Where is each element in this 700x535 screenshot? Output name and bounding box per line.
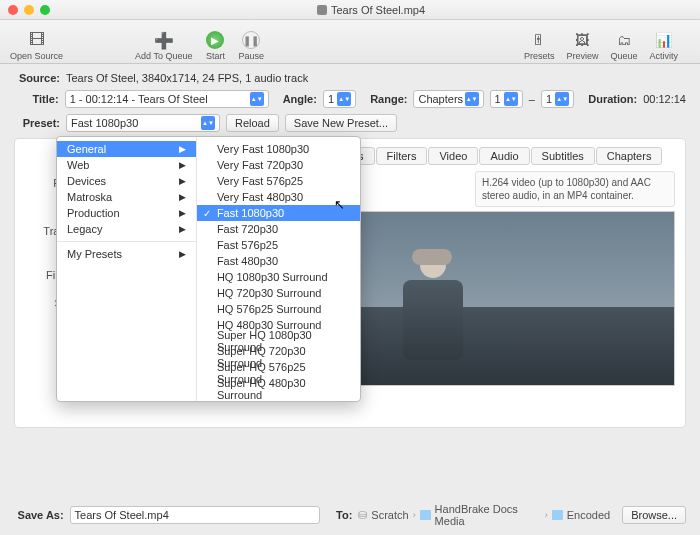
path-segment[interactable]: Encoded [567, 509, 610, 521]
sliders-icon: 🎚 [528, 29, 550, 51]
tab-audio[interactable]: Audio [479, 147, 529, 165]
preset-item-list: Very Fast 1080p30Very Fast 720p30Very Fa… [197, 137, 360, 401]
source-label: Source: [14, 72, 60, 84]
tab-chapters[interactable]: Chapters [596, 147, 663, 165]
range-mode-select[interactable]: Chapters▲▼ [413, 90, 483, 108]
range-from-select[interactable]: 1▲▼ [490, 90, 523, 108]
preview-thumbnail [357, 211, 675, 386]
preset-item[interactable]: HQ 1080p30 Surround [197, 269, 360, 285]
save-as-input[interactable]: Tears Of Steel.mp4 [70, 506, 320, 524]
activity-icon: 📊 [653, 29, 675, 51]
preset-item[interactable]: Fast 480p30 [197, 253, 360, 269]
start-button[interactable]: ▶ Start [204, 29, 226, 61]
pause-button[interactable]: ❚❚ Pause [238, 29, 264, 61]
play-icon: ▶ [204, 29, 226, 51]
preview-figure [398, 252, 468, 372]
preview-button[interactable]: 🖼 Preview [566, 29, 598, 61]
range-to-select[interactable]: 1▲▼ [541, 90, 574, 108]
preset-item[interactable]: Very Fast 1080p30 [197, 141, 360, 157]
queue-button[interactable]: 🗂 Queue [610, 29, 637, 61]
preset-category-production[interactable]: Production▶ [57, 205, 196, 221]
preset-category-matroska[interactable]: Matroska▶ [57, 189, 196, 205]
duration-label: Duration: [588, 93, 637, 105]
preset-item[interactable]: Fast 720p30 [197, 221, 360, 237]
minimize-icon[interactable] [24, 5, 34, 15]
preset-item[interactable]: Fast 576p25 [197, 237, 360, 253]
preset-category-my-presets[interactable]: My Presets▶ [57, 246, 196, 262]
window-controls [8, 5, 50, 15]
path-segment[interactable]: Scratch [371, 509, 408, 521]
preset-item[interactable]: HQ 576p25 Surround [197, 301, 360, 317]
browse-button[interactable]: Browse... [622, 506, 686, 524]
range-label: Range: [370, 93, 407, 105]
window-title: Tears Of Steel.mp4 [50, 4, 692, 16]
angle-select[interactable]: 1▲▼ [323, 90, 356, 108]
toolbar: 🎞 Open Source ➕ Add To Queue ▶ Start ❚❚ … [0, 20, 700, 64]
preset-item[interactable]: HQ 720p30 Surround [197, 285, 360, 301]
duration-value: 00:12:14 [643, 93, 686, 105]
tab-video[interactable]: Video [428, 147, 478, 165]
title-label: Title: [14, 93, 59, 105]
add-to-queue-button[interactable]: ➕ Add To Queue [135, 29, 192, 61]
reload-button[interactable]: Reload [226, 114, 279, 132]
folder-icon [420, 510, 431, 520]
queue-icon: 🗂 [613, 29, 635, 51]
save-new-preset-button[interactable]: Save New Preset... [285, 114, 397, 132]
preset-category-general[interactable]: General▶ [57, 141, 196, 157]
preset-item[interactable]: Fast 1080p30 [197, 205, 360, 221]
footer: Save As: Tears Of Steel.mp4 To: ⛁Scratch… [0, 503, 700, 527]
save-as-label: Save As: [14, 509, 64, 521]
add-queue-icon: ➕ [153, 29, 175, 51]
preset-label: Preset: [14, 117, 60, 129]
titlebar: Tears Of Steel.mp4 [0, 0, 700, 20]
folder-icon [552, 510, 563, 520]
destination-path[interactable]: ⛁Scratch›HandBrake Docs Media›Encoded [358, 503, 610, 527]
angle-label: Angle: [283, 93, 317, 105]
activity-button[interactable]: 📊 Activity [649, 29, 678, 61]
document-icon [317, 5, 327, 15]
preset-item[interactable]: Very Fast 480p30 [197, 189, 360, 205]
close-icon[interactable] [8, 5, 18, 15]
film-icon: 🎞 [26, 29, 48, 51]
zoom-icon[interactable] [40, 5, 50, 15]
preset-category-legacy[interactable]: Legacy▶ [57, 221, 196, 237]
preset-description: H.264 video (up to 1080p30) and AAC ster… [475, 171, 675, 207]
preset-category-devices[interactable]: Devices▶ [57, 173, 196, 189]
path-segment[interactable]: HandBrake Docs Media [435, 503, 541, 527]
pause-icon: ❚❚ [240, 29, 262, 51]
preset-select[interactable]: Fast 1080p30▲▼ [66, 114, 220, 132]
preview-icon: 🖼 [571, 29, 593, 51]
open-source-button[interactable]: 🎞 Open Source [10, 29, 63, 61]
tab-filters[interactable]: Filters [376, 147, 428, 165]
preset-item[interactable]: Very Fast 720p30 [197, 157, 360, 173]
preset-category-web[interactable]: Web▶ [57, 157, 196, 173]
range-dash: – [529, 93, 535, 105]
preset-category-list: General▶Web▶Devices▶Matroska▶Production▶… [57, 137, 197, 401]
title-select[interactable]: 1 - 00:12:14 - Tears Of Steel▲▼ [65, 90, 269, 108]
preset-dropdown-menu: General▶Web▶Devices▶Matroska▶Production▶… [56, 136, 361, 402]
preset-item[interactable]: Very Fast 576p25 [197, 173, 360, 189]
to-label: To: [336, 509, 352, 521]
source-value: Tears Of Steel, 3840x1714, 24 FPS, 1 aud… [66, 72, 308, 84]
preset-item[interactable]: Super HQ 480p30 Surround [197, 381, 360, 397]
presets-button[interactable]: 🎚 Presets [524, 29, 555, 61]
tab-subtitles[interactable]: Subtitles [531, 147, 595, 165]
